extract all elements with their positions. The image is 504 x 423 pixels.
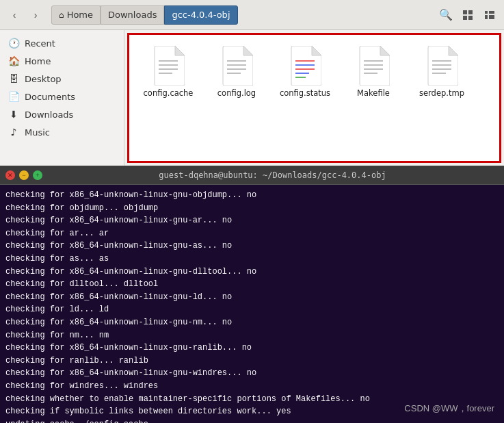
terminal-title: guest-dqehna@ubuntu: ~/Downloads/gcc-4.0…	[47, 170, 499, 180]
svg-rect-8	[489, 15, 492, 18]
terminal-maximize-button[interactable]: +	[33, 170, 42, 180]
breadcrumb: ⌂ Home Downloads gcc-4.0.4-obj	[51, 5, 430, 25]
file-name: config.log	[217, 88, 256, 98]
terminal-wrapper: ✕ − + guest-dqehna@ubuntu: ~/Downloads/g…	[0, 166, 504, 423]
file-icon	[220, 46, 253, 86]
terminal-line: checking for ranlib... ranlib	[5, 355, 499, 368]
terminal-line: checking for x86_64-unknown-linux-gnu-ar…	[5, 214, 499, 227]
svg-rect-9	[492, 15, 494, 18]
terminal-line: checking for x86_64-unknown-linux-gnu-ob…	[5, 189, 499, 202]
file-item[interactable]: Makefile	[343, 43, 404, 101]
home-icon: ⌂	[59, 10, 64, 20]
terminal-close-button[interactable]: ✕	[5, 170, 15, 180]
sidebar-item-music[interactable]: ♪ Music	[0, 123, 124, 141]
nav-buttons: ‹ ›	[4, 5, 46, 25]
terminal-line: checking for x86_64-unknown-linux-gnu-nm…	[5, 316, 499, 329]
svg-rect-5	[489, 11, 492, 14]
terminal-line: checking if symbolic links between direc…	[5, 405, 499, 418]
svg-rect-2	[463, 16, 467, 20]
breadcrumb-current[interactable]: gcc-4.0.4-obj	[164, 5, 237, 25]
svg-rect-7	[485, 15, 488, 18]
terminal-line: checking for x86_64-unknown-linux-gnu-ld…	[5, 291, 499, 304]
sidebar-item-desktop[interactable]: 🗄 Desktop	[0, 70, 124, 88]
sidebar-item-recent[interactable]: 🕐 Recent	[0, 34, 124, 52]
desktop-icon: 🗄	[8, 73, 19, 84]
svg-rect-0	[463, 10, 467, 14]
file-grid: config.cache config.log	[135, 40, 494, 103]
sidebar-item-home[interactable]: 🏠 Home	[0, 52, 124, 70]
sidebar-item-documents[interactable]: 📄 Documents	[0, 88, 124, 105]
file-name: serdep.tmp	[419, 88, 464, 98]
terminal-minimize-button[interactable]: −	[19, 170, 29, 180]
toolbar-actions: 🔍	[436, 5, 500, 25]
downloads-icon: ⬇	[8, 109, 19, 120]
forward-button[interactable]: ›	[25, 5, 46, 25]
terminal-line: checking for x86_64-unknown-linux-gnu-ra…	[5, 342, 499, 355]
svg-rect-12	[492, 18, 494, 19]
documents-icon: 📄	[8, 91, 19, 102]
file-grid-area: config.cache config.log	[127, 33, 501, 163]
recent-icon: 🕐	[8, 38, 19, 49]
sidebar-item-downloads[interactable]: ⬇ Downloads	[0, 105, 124, 123]
file-name: config.status	[280, 88, 330, 98]
toolbar: ‹ › ⌂ Home Downloads gcc-4.0.4-obj 🔍	[0, 0, 504, 30]
sidebar: 🕐 Recent 🏠 Home 🗄 Desktop 📄 Documents ⬇ …	[0, 30, 124, 166]
terminal-line: checking for x86_64-unknown-linux-gnu-wi…	[5, 367, 499, 380]
menu-button[interactable]	[479, 5, 500, 25]
breadcrumb-home[interactable]: ⌂ Home	[51, 5, 101, 25]
file-name: config.cache	[144, 88, 194, 98]
file-icon	[425, 46, 458, 86]
terminal: ✕ − + guest-dqehna@ubuntu: ~/Downloads/g…	[0, 166, 504, 423]
search-button[interactable]: 🔍	[436, 5, 456, 25]
file-item[interactable]: config.log	[206, 43, 267, 101]
terminal-line: checking for objdump... objdump	[5, 202, 499, 215]
grid-view-button[interactable]	[457, 5, 478, 25]
breadcrumb-downloads[interactable]: Downloads	[101, 5, 164, 25]
file-name: Makefile	[357, 88, 390, 98]
svg-rect-11	[489, 18, 492, 19]
terminal-line: checking for as... as	[5, 253, 499, 266]
terminal-line: checking for nm... nm	[5, 329, 499, 342]
file-item[interactable]: config.status	[274, 43, 336, 101]
home-sidebar-icon: 🏠	[8, 55, 19, 66]
file-manager: ‹ › ⌂ Home Downloads gcc-4.0.4-obj 🔍	[0, 0, 504, 166]
terminal-body[interactable]: checking for x86_64-unknown-linux-gnu-ob…	[0, 185, 504, 423]
terminal-line: checking for x86_64-unknown-linux-gnu-dl…	[5, 266, 499, 279]
file-item[interactable]: serdep.tmp	[411, 43, 473, 101]
content-area: 🕐 Recent 🏠 Home 🗄 Desktop 📄 Documents ⬇ …	[0, 30, 504, 166]
terminal-line: checking for windres... windres	[5, 380, 499, 393]
terminal-line: checking whether to enable maintainer-sp…	[5, 393, 499, 406]
music-icon: ♪	[8, 127, 19, 138]
terminal-line: updating cache ./config.cache	[5, 418, 499, 423]
svg-rect-4	[485, 11, 488, 14]
file-icon	[357, 46, 390, 86]
terminal-line: checking for x86_64-unknown-linux-gnu-as…	[5, 240, 499, 253]
svg-rect-10	[485, 18, 488, 19]
file-icon	[152, 46, 185, 86]
file-icon	[289, 46, 321, 86]
terminal-titlebar: ✕ − + guest-dqehna@ubuntu: ~/Downloads/g…	[0, 166, 504, 185]
back-button[interactable]: ‹	[4, 5, 25, 25]
svg-rect-1	[468, 10, 473, 14]
svg-rect-6	[492, 11, 494, 14]
terminal-line: checking for ld... ld	[5, 303, 499, 316]
file-item[interactable]: config.cache	[137, 43, 199, 101]
terminal-line: checking for dlltool... dlltool	[5, 278, 499, 291]
terminal-line: checking for ar... ar	[5, 227, 499, 240]
svg-rect-3	[468, 16, 473, 20]
